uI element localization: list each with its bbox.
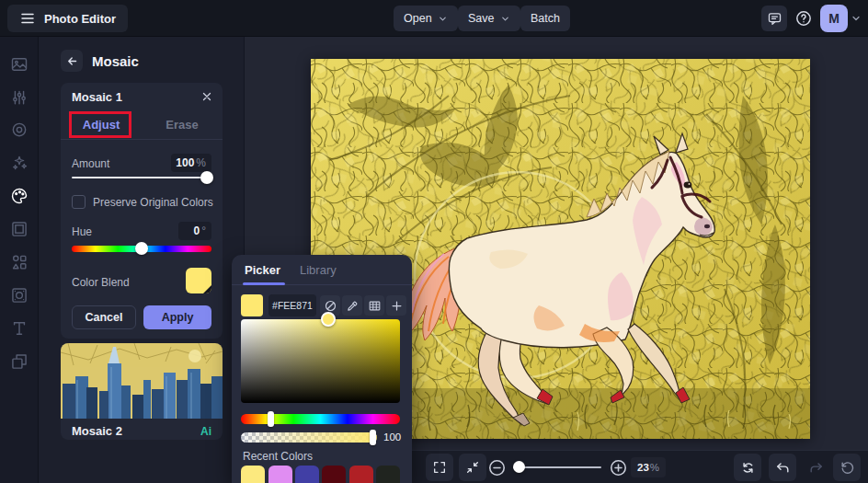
tab-adjust[interactable]: Adjust <box>61 110 142 139</box>
recent-color-swatch[interactable] <box>376 466 400 483</box>
eyedropper-icon <box>346 299 360 313</box>
opacity-gradient <box>241 432 377 443</box>
open-button[interactable]: Open <box>394 6 458 31</box>
recent-colors-label: Recent Colors <box>243 450 313 463</box>
preset-title: Mosaic 2 <box>72 424 122 438</box>
saturation-value-knob[interactable] <box>321 312 336 327</box>
color-picker-popup: Picker Library 100 Recent Colors <box>232 255 412 483</box>
apply-button[interactable]: Apply <box>143 305 211 329</box>
zoom-out-button[interactable] <box>483 454 510 481</box>
opacity-slider[interactable] <box>241 432 377 443</box>
back-button[interactable] <box>61 50 83 72</box>
current-color-swatch[interactable] <box>241 294 263 316</box>
app-title: Photo Editor <box>44 12 116 26</box>
zoom-unit: % <box>650 462 659 473</box>
sidebar-item-graphics[interactable] <box>10 253 29 271</box>
effect-tabs: Adjust Erase <box>61 110 223 140</box>
undo-button[interactable] <box>769 454 796 481</box>
account-chevron-icon[interactable] <box>851 13 862 24</box>
avatar-initial: M <box>828 11 839 26</box>
picker-tabs: Picker Library <box>232 255 412 285</box>
refresh-button[interactable] <box>734 454 761 481</box>
zoom-slider[interactable] <box>513 466 601 468</box>
hue-slider[interactable] <box>72 246 211 252</box>
opacity-knob[interactable] <box>370 430 376 445</box>
hue-slider-knob[interactable] <box>135 242 148 255</box>
close-icon[interactable] <box>200 90 213 103</box>
recent-color-swatch[interactable] <box>349 466 373 483</box>
amount-slider-knob[interactable] <box>200 171 213 184</box>
zoom-value: 23 <box>637 462 649 473</box>
tab-erase[interactable]: Erase <box>142 110 223 139</box>
palette-grid-button[interactable] <box>364 295 384 316</box>
saturation-value-area[interactable] <box>241 319 400 403</box>
cancel-button[interactable]: Cancel <box>72 305 136 329</box>
eyedropper-button[interactable] <box>342 295 362 316</box>
recent-color-swatch[interactable] <box>241 466 265 483</box>
tool-sidebar <box>0 37 39 483</box>
hex-input[interactable] <box>268 294 316 316</box>
picker-hue-slider[interactable] <box>241 414 400 424</box>
recent-color-swatch[interactable] <box>268 466 292 483</box>
zoom-level-field[interactable]: 23% <box>631 457 666 477</box>
hamburger-icon <box>19 10 36 27</box>
history-icon <box>839 460 855 476</box>
amount-slider[interactable] <box>72 177 211 178</box>
zoom-in-button[interactable] <box>604 454 632 481</box>
hue-value-field[interactable]: 0° <box>178 222 211 240</box>
panel-title: Mosaic <box>92 53 139 69</box>
recent-color-swatch[interactable] <box>295 466 319 483</box>
back-arrow-icon <box>65 54 79 68</box>
question-circle-icon <box>794 9 813 28</box>
tab-library[interactable]: Library <box>300 263 337 277</box>
recent-color-swatch[interactable] <box>322 466 346 483</box>
amount-unit: % <box>196 156 206 169</box>
top-bar: Photo Editor Open Save Batch M <box>0 0 868 37</box>
undo-icon <box>775 460 791 476</box>
plus-circle-icon <box>609 458 628 477</box>
help-button[interactable] <box>791 6 817 31</box>
save-label: Save <box>468 12 495 25</box>
zoom-slider-track <box>513 466 601 468</box>
tab-picker[interactable]: Picker <box>245 263 280 277</box>
sidebar-item-edit[interactable] <box>10 88 29 107</box>
reset-history-button[interactable] <box>833 454 861 481</box>
preserve-colors-checkbox[interactable] <box>72 195 86 209</box>
opacity-value: 100 <box>383 431 401 443</box>
save-button[interactable]: Save <box>458 6 520 31</box>
app-menu[interactable]: Photo Editor <box>7 5 128 32</box>
redo-button[interactable] <box>802 454 829 481</box>
batch-label: Batch <box>531 12 560 25</box>
amount-value-field[interactable]: 100% <box>171 154 211 172</box>
sidebar-item-image-manager[interactable] <box>10 55 29 74</box>
hue-value: 0 <box>194 224 200 237</box>
preset-card-mosaic-2[interactable]: Mosaic 2 Ai <box>61 343 223 440</box>
sidebar-item-textures[interactable] <box>10 286 29 305</box>
zoom-slider-knob[interactable] <box>513 461 525 473</box>
open-label: Open <box>404 12 432 25</box>
color-blend-swatch[interactable] <box>186 268 211 293</box>
sidebar-item-artsy[interactable] <box>10 187 29 205</box>
chevron-down-icon <box>438 14 448 24</box>
amount-slider-track <box>72 177 211 178</box>
color-blend-label: Color Blend <box>72 276 130 289</box>
plus-icon <box>390 299 404 313</box>
sidebar-item-effects[interactable] <box>10 154 29 172</box>
feedback-button[interactable] <box>761 6 787 31</box>
add-color-button[interactable] <box>386 295 406 316</box>
sidebar-item-frames[interactable] <box>10 220 29 238</box>
picker-hue-knob[interactable] <box>268 411 274 427</box>
avatar[interactable]: M <box>820 5 848 32</box>
fullscreen-button[interactable] <box>426 454 453 481</box>
sidebar-item-text[interactable] <box>10 319 29 338</box>
fit-screen-icon <box>465 460 480 475</box>
effect-settings-card: Mosaic 1 Adjust Erase Amount 100% Preser… <box>61 83 223 339</box>
grid-icon <box>368 299 382 313</box>
hue-label: Hue <box>72 225 92 238</box>
batch-button[interactable]: Batch <box>520 6 570 31</box>
amount-label: Amount <box>72 157 109 170</box>
sidebar-item-layers[interactable] <box>10 352 29 371</box>
redo-icon <box>808 460 824 476</box>
chat-bubble-icon <box>767 11 782 27</box>
sidebar-item-touch-up[interactable] <box>10 121 29 139</box>
